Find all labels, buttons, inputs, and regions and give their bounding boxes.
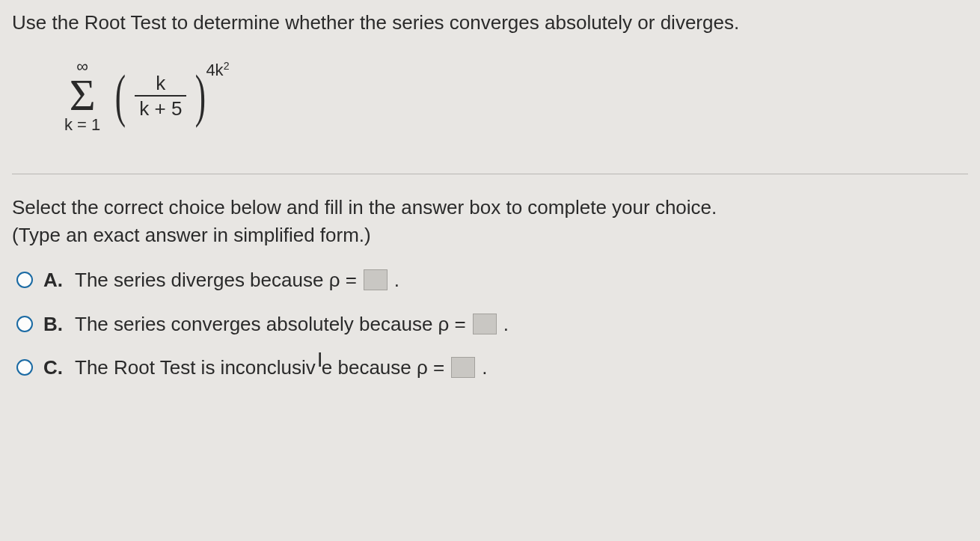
choice-a[interactable]: A. The series diverges because ρ = . [16, 266, 968, 293]
summation-symbol: ∞ Σ k = 1 [64, 58, 100, 133]
choice-c-label: C. [43, 354, 64, 381]
answer-choices: A. The series diverges because ρ = . B. … [12, 266, 968, 381]
choice-c-answer-input[interactable] [451, 357, 475, 378]
sigma-icon: Σ [70, 75, 96, 115]
choice-b-label: B. [43, 311, 64, 337]
choice-a-answer-input[interactable] [364, 269, 388, 290]
exponent-power: 2 [224, 60, 230, 72]
choice-b-period: . [503, 311, 509, 337]
radio-c[interactable] [16, 359, 33, 376]
choice-a-text: The series diverges because ρ = [75, 266, 357, 293]
section-divider [12, 174, 968, 174]
instruction-line-1: Select the correct choice below and fill… [12, 194, 968, 221]
choice-c-period: . [482, 354, 487, 381]
fraction: k k + 5 [130, 73, 191, 120]
instruction-line-2: (Type an exact answer in simplified form… [12, 221, 968, 248]
choice-c-text-2: e because ρ = [322, 354, 444, 381]
sigma-lower-limit: k = 1 [64, 117, 100, 133]
fraction-numerator: k [151, 73, 170, 96]
choice-c-text-1: The Root Test is inconclusiv [75, 354, 316, 381]
exponent: 4k2 [206, 59, 229, 82]
choice-c[interactable]: C. The Root Test is inconclusivIe becaus… [16, 354, 968, 381]
series-formula: ∞ Σ k = 1 ( k k + 5 ) 4k2 [12, 51, 968, 156]
exponent-base: 4k [206, 61, 223, 79]
choice-a-period: . [394, 266, 399, 293]
radio-a[interactable] [16, 272, 33, 288]
series-term: ( k k + 5 ) 4k2 [111, 73, 229, 120]
choice-b-answer-input[interactable] [473, 314, 497, 334]
radio-b[interactable] [16, 316, 33, 332]
instructions: Select the correct choice below and fill… [12, 194, 968, 248]
choice-b-text: The series converges absolutely because … [75, 311, 466, 337]
right-paren-icon: ) [195, 76, 206, 117]
choice-a-label: A. [43, 266, 64, 293]
left-paren-icon: ( [115, 76, 126, 117]
choice-b[interactable]: B. The series converges absolutely becau… [16, 311, 968, 337]
fraction-denominator: k + 5 [135, 97, 186, 120]
question-prompt: Use the Root Test to determine whether t… [12, 9, 968, 36]
